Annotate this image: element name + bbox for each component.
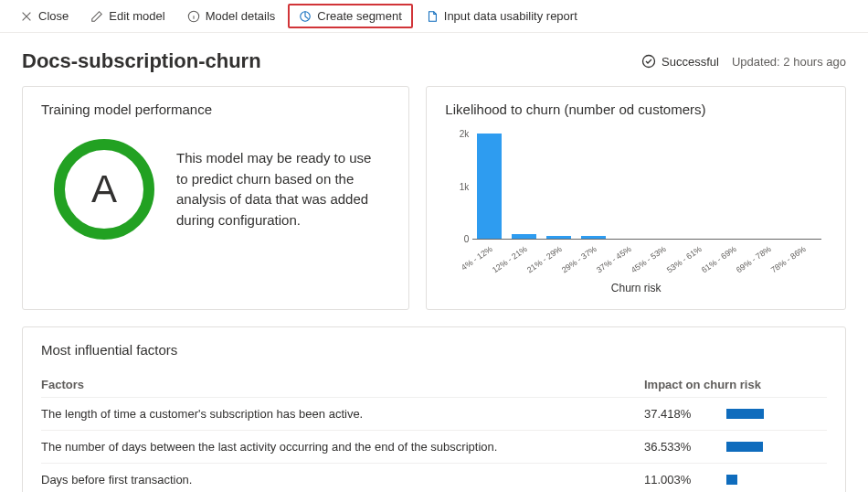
table-row: The length of time a customer's subscrip… [41,398,827,431]
close-button[interactable]: Close [11,5,78,27]
chart-ytick: 1k [445,181,469,191]
document-icon [426,10,439,23]
chart-xtick: 69% - 78% [735,244,773,274]
chart-plot: 01k2k4% - 12%12% - 21%21% - 29%29% - 37%… [472,134,821,240]
factor-impact-bar [726,475,737,485]
toolbar: Close Edit model Model details Create se… [0,0,868,33]
factors-title: Most influential factors [41,342,827,358]
cards-row: Training model performance A This model … [0,86,868,310]
create-segment-button[interactable]: Create segment [288,4,413,28]
factor-impact-value: 36.533% [644,440,726,454]
performance-description: This model may be ready to use to predic… [176,148,390,230]
training-performance-card: Training model performance A This model … [22,86,409,310]
factor-name: The number of days between the last acti… [41,440,644,454]
factor-impact-bar-cell [726,409,827,419]
model-details-button[interactable]: Model details [178,5,285,27]
chart-bar [512,234,536,239]
factor-impact-bar [726,442,763,452]
checkmark-circle-icon [641,54,656,69]
chart-xtick: 21% - 29% [525,244,564,274]
chart-xtick: 12% - 21% [491,244,529,274]
churn-chart-card: Likelihood to churn (number od customers… [426,86,846,310]
status-area: Successful Updated: 2 hours ago [641,54,846,69]
usability-report-button[interactable]: Input data usability report [417,5,587,27]
table-row: Days before first transaction.11.003% [41,464,827,492]
influential-factors-card: Most influential factors Factors Impact … [22,326,846,492]
factor-impact-bar-cell [726,442,827,452]
status-text: Successful [662,55,719,69]
factors-col-impact: Impact on churn risk [644,378,827,391]
factor-name: The length of time a customer's subscrip… [41,407,644,421]
factors-col-name: Factors [41,378,644,391]
chart-bar [477,134,502,239]
chart-xtick: 78% - 86% [769,244,808,274]
close-icon [20,10,33,23]
chart-xtick: 4% - 12% [460,244,494,273]
page-title: Docs-subscription-churn [22,49,261,73]
factor-name: Days before first transaction. [41,473,644,487]
chart-xtick: 53% - 61% [664,244,703,274]
table-row: The number of days between the last acti… [41,431,827,464]
factor-impact-value: 11.003% [644,473,726,487]
status-badge: Successful [641,54,719,69]
factor-impact-bar [726,409,764,419]
chart-bar [581,236,606,239]
chart-xlabel: Churn risk [445,282,827,294]
chart-bar [546,236,571,239]
grade-letter: A [91,167,117,211]
factors-header: Factors Impact on churn risk [41,372,827,398]
training-performance-title: Training model performance [41,102,390,117]
model-details-label: Model details [206,9,276,23]
churn-chart-title: Likelihood to churn (number od customers… [445,102,827,117]
svg-point-2 [643,56,655,68]
chart-ytick: 0 [445,234,469,244]
edit-model-label: Edit model [109,9,164,23]
chart-xtick: 45% - 53% [630,244,668,274]
chart-xtick: 37% - 45% [595,244,633,274]
performance-body: A This model may be ready to use to pred… [41,130,390,249]
create-segment-label: Create segment [317,9,402,23]
edit-model-button[interactable]: Edit model [81,5,174,27]
page-header: Docs-subscription-churn Successful Updat… [0,33,868,86]
close-label: Close [38,9,69,23]
chart-ytick: 2k [445,129,469,139]
segment-icon [299,10,312,23]
factors-body: The length of time a customer's subscrip… [41,398,827,492]
chart-xtick: 29% - 37% [560,244,598,274]
usability-report-label: Input data usability report [444,9,577,23]
chart: 01k2k4% - 12%12% - 21%21% - 29%29% - 37%… [445,130,827,294]
pencil-icon [90,10,103,23]
grade-circle: A [54,139,154,240]
factor-impact-value: 37.418% [644,407,726,421]
info-icon [187,10,200,23]
updated-text: Updated: 2 hours ago [732,55,846,69]
chart-xtick: 61% - 69% [700,244,738,274]
factor-impact-bar-cell [726,475,827,485]
